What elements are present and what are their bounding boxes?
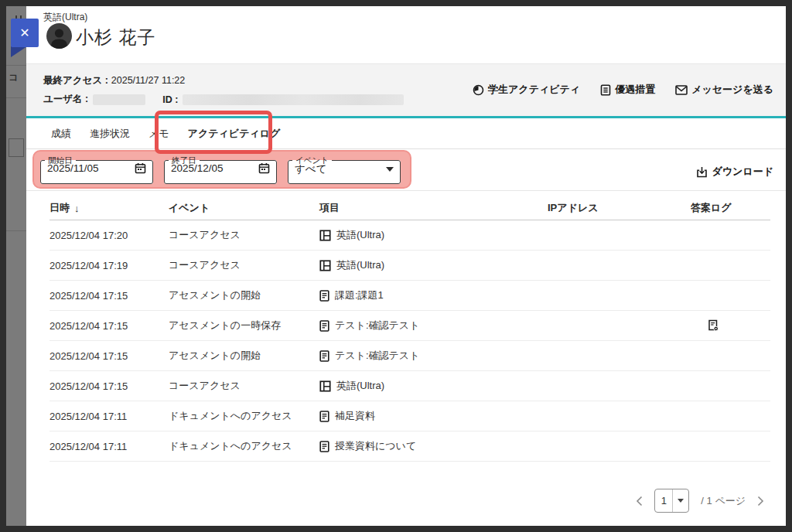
table-row: 2025/12/04 17:15 アセスメントの開始 課題:課題1 xyxy=(50,281,770,311)
cell-item: 補足資料 xyxy=(319,409,548,423)
table-row: 2025/12/04 17:15 アセスメントの一時保存 テスト:確認テスト xyxy=(50,311,770,341)
next-page-icon[interactable] xyxy=(757,496,764,506)
cell-datetime: 2025/12/04 17:20 xyxy=(50,230,169,241)
cell-event: コースアクセス xyxy=(169,258,319,272)
send-message-button[interactable]: メッセージを送る xyxy=(675,83,773,97)
username-label: ユーザ名 : xyxy=(43,93,88,106)
cell-event: アセスメントの開始 xyxy=(169,288,319,302)
avatar xyxy=(46,23,72,49)
total-pages-label: / 1 ページ xyxy=(701,494,746,508)
tab-grades[interactable]: 成績 xyxy=(51,127,71,141)
table-row: 2025/12/04 17:19 コースアクセス 英語(Ultra) xyxy=(50,251,770,281)
item-label: 授業資料について xyxy=(335,439,416,453)
course-name-label: 英語(Ultra) xyxy=(43,11,87,24)
accommodations-button[interactable]: 優遇措置 xyxy=(600,83,655,97)
cell-event: コースアクセス xyxy=(169,228,319,242)
last-access-label: 最終アクセス : xyxy=(43,75,108,86)
cell-event: ドキュメントへのアクセス xyxy=(169,439,319,453)
activity-log-filters: 開始日 2025/11/05 終了日 2025/12/05 xyxy=(26,152,786,192)
column-header-answer-log: 答案ログ xyxy=(691,201,770,215)
test-icon xyxy=(319,320,329,332)
page-select[interactable]: 1 xyxy=(654,489,689,513)
cell-item: 授業資料について xyxy=(319,439,548,453)
table-row: 2025/12/04 17:11 ドキュメントへのアクセス 補足資料 xyxy=(50,401,770,431)
item-label: 課題:課題1 xyxy=(335,288,384,302)
screen: コ ✕ 英語(Ultra) 小杉 花子 最終アクセス :2025/11/27 1… xyxy=(0,0,792,532)
download-icon xyxy=(696,166,708,178)
background-partial-text: コ xyxy=(9,71,18,84)
item-label: 英語(Ultra) xyxy=(336,258,384,272)
test-icon xyxy=(319,350,329,362)
item-label: 英語(Ultra) xyxy=(336,379,384,393)
end-date-field[interactable]: 終了日 2025/12/05 xyxy=(164,156,277,184)
event-filter-value: すべて xyxy=(295,162,326,176)
item-label: 補足資料 xyxy=(335,409,375,423)
course-icon xyxy=(319,230,331,241)
table-header-row: 日時 ↓ イベント 項目 IPアドレス 答案ログ xyxy=(50,196,770,220)
table-row: 2025/12/04 17:20 コースアクセス 英語(Ultra) xyxy=(50,220,770,251)
tab-notes[interactable]: メモ xyxy=(148,127,169,141)
cell-datetime: 2025/12/04 17:19 xyxy=(50,260,169,271)
cell-item: テスト:確認テスト xyxy=(319,319,548,332)
cell-item: テスト:確認テスト xyxy=(319,349,548,363)
cell-datetime: 2025/12/04 17:11 xyxy=(50,411,169,422)
student-activity-button[interactable]: 学生アクティビティ xyxy=(473,83,580,97)
cell-item: 課題:課題1 xyxy=(319,288,548,302)
document-icon xyxy=(319,411,329,422)
student-activity-label: 学生アクティビティ xyxy=(488,83,580,97)
calendar-icon[interactable] xyxy=(135,162,146,174)
tab-activity-log[interactable]: アクティビティログ xyxy=(188,127,281,141)
download-button[interactable]: ダウンロード xyxy=(696,165,773,179)
pagination: 1 / 1 ページ xyxy=(636,489,764,513)
cell-event: ドキュメントへのアクセス xyxy=(169,409,319,423)
cell-datetime: 2025/12/04 17:15 xyxy=(50,290,169,302)
cell-item: 英語(Ultra) xyxy=(319,228,548,242)
tab-progress[interactable]: 進捗状況 xyxy=(90,127,130,141)
sort-descending-icon[interactable]: ↓ xyxy=(74,203,80,214)
clock-activity-icon xyxy=(473,84,484,96)
cell-event: アセスメントの一時保存 xyxy=(169,319,319,332)
document-icon xyxy=(319,441,329,452)
table-row: 2025/12/04 17:15 コースアクセス 英語(Ultra) xyxy=(50,371,770,401)
cell-datetime: 2025/12/04 17:11 xyxy=(50,441,169,452)
id-label: ID : xyxy=(162,94,178,105)
accommodations-list-icon xyxy=(600,84,611,96)
cell-answer-log xyxy=(691,319,770,332)
cell-datetime: 2025/12/04 17:15 xyxy=(50,380,169,392)
student-meta-bar: 最終アクセス :2025/11/27 11:22 ユーザ名 : ID : 学生ア… xyxy=(26,63,786,117)
close-panel-button[interactable]: ✕ xyxy=(11,19,39,47)
chevron-down-icon xyxy=(386,167,394,172)
column-header-item: 項目 xyxy=(319,201,548,215)
answer-log-icon[interactable] xyxy=(708,319,719,332)
mail-icon xyxy=(675,85,688,95)
cell-datetime: 2025/12/04 17:15 xyxy=(50,350,169,362)
item-label: テスト:確認テスト xyxy=(335,319,419,332)
activity-log-table: 日時 ↓ イベント 項目 IPアドレス 答案ログ 2025/12/04 17:2… xyxy=(50,196,770,462)
item-label: 英語(Ultra) xyxy=(336,228,384,242)
cell-event: コースアクセス xyxy=(169,379,319,393)
end-date-value: 2025/12/05 xyxy=(171,162,224,174)
course-icon xyxy=(319,380,331,392)
calendar-icon[interactable] xyxy=(258,162,270,174)
table-row: 2025/12/04 17:11 ドキュメントへのアクセス 授業資料について xyxy=(50,431,770,462)
header-action-bar: 学生アクティビティ 優遇措置 メッセージを送る xyxy=(473,83,773,97)
previous-page-icon[interactable] xyxy=(636,496,643,506)
background-partial-control xyxy=(9,138,24,157)
send-message-label: メッセージを送る xyxy=(691,83,773,97)
accommodations-label: 優遇措置 xyxy=(615,83,655,97)
start-date-field[interactable]: 開始日 2025/11/05 xyxy=(40,156,153,184)
student-overview-panel: 英語(Ultra) 小杉 花子 最終アクセス :2025/11/27 11:22… xyxy=(26,6,786,526)
tabs-divider xyxy=(26,148,786,149)
username-redacted xyxy=(93,94,145,105)
dimmed-background-page: コ xyxy=(6,6,26,526)
event-filter-select[interactable]: イベント すべて xyxy=(288,156,401,184)
assignment-icon xyxy=(319,290,329,302)
cell-event: アセスメントの開始 xyxy=(169,349,319,363)
download-label: ダウンロード xyxy=(712,165,773,179)
cell-item: 英語(Ultra) xyxy=(319,258,548,272)
current-page-number: 1 xyxy=(655,495,672,506)
column-header-datetime[interactable]: 日時 ↓ xyxy=(50,201,169,215)
course-icon xyxy=(319,260,331,271)
column-header-event: イベント xyxy=(169,201,319,215)
table-row: 2025/12/04 17:15 アセスメントの開始 テスト:確認テスト xyxy=(50,341,770,371)
